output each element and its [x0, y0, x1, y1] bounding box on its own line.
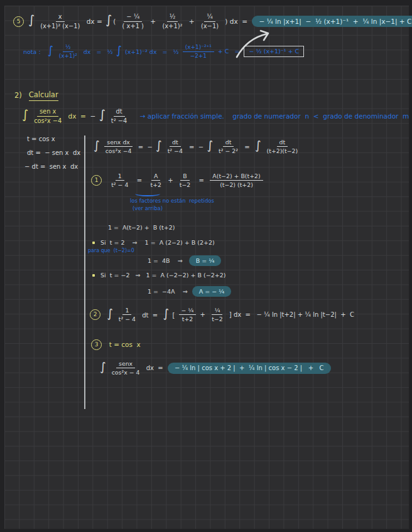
fraction-numerator: dt: [170, 139, 181, 147]
handwritten-text: +: [187, 18, 196, 26]
fraction-denominator: −2+1: [188, 52, 209, 60]
highlight-pill: A = − ¼: [192, 286, 232, 297]
handwritten-text: ∫: [99, 364, 107, 373]
fraction-denominator: t² − 4: [116, 315, 138, 322]
fraction: Bt−2: [177, 173, 193, 188]
handwritten-text: [224, 112, 232, 120]
fraction: − ¼t+2: [179, 307, 197, 322]
handwritten-text: = − ∫: [136, 142, 163, 151]
handwritten-text: +: [166, 177, 175, 184]
handwritten-text: − ¼ ln |x+1| − ½ (x+1)⁻¹ + ¼ ln |x−1| + …: [259, 18, 411, 26]
integral-sign: ∫: [28, 13, 35, 27]
circled-number: 2: [90, 309, 100, 320]
integral-sign: ∫: [116, 44, 122, 56]
handwritten-text: ) dx =: [223, 18, 249, 26]
handwritten-text: ∫: [92, 142, 101, 151]
fraction: dt(t+2)(t−2): [264, 139, 301, 154]
handwritten-text: los factores no están repetidos: [130, 198, 214, 204]
handwritten-text: +: [198, 311, 207, 319]
fraction-numerator: senx: [116, 360, 135, 368]
handwritten-text: − dt = sen x dx: [24, 163, 78, 171]
integral-sign: ∫: [48, 44, 53, 56]
handwritten-text: dx = ∫(: [84, 17, 117, 26]
fraction: x(x+1)² (x−1): [38, 13, 82, 29]
substitution-t: t = cos x: [27, 136, 55, 143]
fraction-denominator: ( x+1 ): [120, 22, 146, 30]
fraction-denominator: cos²x −4: [103, 147, 134, 154]
handwritten-text: (ver arriba): [133, 205, 163, 211]
handwritten-text: − ¼ ln | cos x + 2 | + ¼ ln | cos x − 2 …: [175, 364, 324, 372]
circled-number: 5: [13, 16, 24, 27]
fraction: senx dxcos²x −4: [103, 139, 134, 154]
handwritten-text: grado de numerador n < grado de denomina…: [232, 112, 409, 120]
handwritten-text: dx = ½ ∫ (x+1)⁻² dx = ½: [82, 48, 181, 55]
handwritten-text: A = − ¼: [199, 288, 225, 295]
integral-sign: ∫: [207, 139, 213, 152]
fraction: sen xcos²x −4: [31, 108, 64, 124]
fraction-numerator: dt: [223, 139, 234, 147]
factors-note-line1: los factores no están repetidos: [130, 198, 214, 204]
fraction-numerator: ¼: [204, 13, 215, 22]
bullet-dot: [92, 274, 95, 277]
fraction-numerator: (x+1)⁻²⁺¹: [183, 44, 214, 52]
fraction: dtt² −4: [109, 108, 130, 124]
fraction-denominator: t² −4: [109, 117, 130, 125]
handwritten-text: para que (t−2)=0: [88, 248, 134, 254]
underlined-text: Calcular: [29, 91, 58, 101]
fraction-denominator: t² − 2²: [216, 147, 241, 154]
fraction-denominator: cos²x −4: [31, 117, 64, 125]
fraction: ½(x+1)²: [160, 13, 185, 29]
integral-sign: ∫: [99, 107, 106, 122]
handwritten-text: 2): [14, 92, 29, 100]
fraction-numerator: 1: [116, 173, 124, 181]
fraction-denominator: cos²x − 4: [109, 368, 143, 376]
solve-B-line: 1 = 4B ⇒ B = ¼: [148, 255, 221, 266]
handwritten-text: +: [148, 18, 158, 26]
final-answer-line: ∫senxcos²x − 4 dx = − ¼ ln | cos x + 2 |…: [99, 360, 331, 376]
case-t-neg2-line: Si t = −2 ⇒ 1 = A (−2−2) + B (−2+2): [92, 272, 226, 279]
handwritten-text: dx =: [144, 364, 165, 372]
fraction-numerator: − ¼: [179, 307, 197, 315]
handwritten-text: = − ∫: [187, 142, 214, 151]
fraction: dtt² −4: [165, 139, 185, 154]
fraction-numerator: ¼: [212, 307, 222, 315]
fraction-numerator: senx dx: [104, 139, 133, 147]
fraction-numerator: − ¼: [124, 13, 142, 22]
handwritten-text: dt = ∫ [: [140, 311, 176, 319]
fraction-numerator: sen x: [37, 108, 58, 117]
arrow-up-icon: [232, 28, 277, 61]
case-t2-line: Si t = 2 ⇒ 1 = A (2−2) + B (2+2): [92, 239, 215, 246]
handwritten-text: B = ¼: [196, 257, 215, 264]
highlight-pill: − ¼ ln | cos x + 2 | + ¼ ln | cos x − 2 …: [168, 363, 331, 374]
handwritten-text: ] dx = − ¼ ln |t+2| + ¼ ln |t−2| + C: [227, 311, 354, 319]
factors-note-line2: (ver arriba): [133, 205, 163, 211]
highlight-pill: − ¼ ln |x+1| − ½ (x+1)⁻¹ + ¼ ln |x−1| + …: [252, 16, 412, 28]
substitution-dt: dt = − sen x dx: [27, 149, 80, 157]
handwritten-text: = ∫: [242, 142, 263, 151]
fraction-denominator: (x−1): [198, 22, 221, 30]
fraction-numerator: x: [56, 13, 65, 22]
integral-sign: ∫: [156, 139, 162, 152]
integral-sign: ∫: [255, 139, 261, 152]
section2-header: 2) Calcular: [14, 91, 58, 101]
handwritten-text: t = cos x: [105, 341, 141, 349]
fraction: ¼(x−1): [198, 13, 221, 29]
handwritten-text: [105, 177, 107, 184]
handwritten-text: Si t = 2 ⇒ 1 = A (2−2) + B (2+2): [99, 239, 215, 246]
notebook-app-canvas: 5∫x(x+1)² (x−1) dx = ∫( − ¼( x+1 ) + ½(x…: [0, 0, 412, 532]
fraction-numerator: B: [180, 173, 189, 181]
fraction-denominator: (x+1)²: [57, 52, 80, 60]
fraction-numerator: dt: [277, 139, 288, 147]
highlight-pill: B = ¼: [189, 255, 222, 266]
fraction: At+2: [148, 173, 165, 188]
case-t2-note: para que (t−2)=0: [88, 248, 134, 254]
integral-setup-line: ∫sen xcos²x −4 dx = − ∫dtt² −4 → aplicar…: [21, 108, 409, 124]
fraction: 1t² − 4: [116, 307, 138, 322]
handwritten-text: ∫: [104, 311, 114, 319]
fraction-denominator: t−2: [209, 315, 225, 322]
handwritten-text: =: [195, 177, 208, 184]
fraction-denominator: t−2: [177, 181, 193, 188]
handwritten-text: =: [133, 177, 146, 184]
fraction-numerator: ½: [63, 44, 73, 52]
integral-sign: ∫: [163, 307, 170, 320]
